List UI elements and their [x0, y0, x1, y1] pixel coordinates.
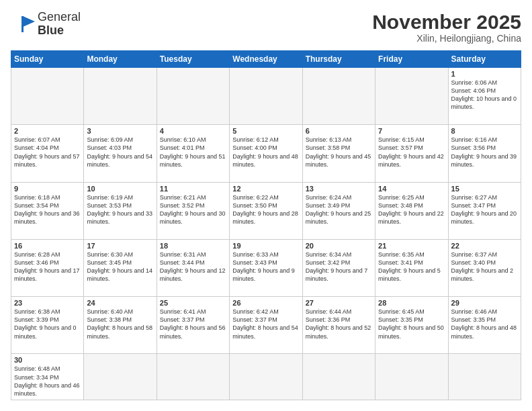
month-title: November 2025: [372, 11, 521, 33]
day-number: 11: [160, 185, 226, 193]
calendar-cell: 22Sunrise: 6:37 AM Sunset: 3:40 PM Dayli…: [448, 239, 521, 296]
calendar-cell: 26Sunrise: 6:42 AM Sunset: 3:37 PM Dayli…: [230, 297, 302, 354]
svg-rect-2: [21, 16, 24, 32]
day-info: Sunrise: 6:19 AM Sunset: 3:53 PM Dayligh…: [87, 193, 153, 226]
day-number: 30: [14, 356, 81, 364]
day-info: Sunrise: 6:15 AM Sunset: 3:57 PM Dayligh…: [378, 136, 445, 169]
calendar-cell: [84, 68, 157, 125]
day-info: Sunrise: 6:07 AM Sunset: 4:04 PM Dayligh…: [14, 136, 81, 169]
day-info: Sunrise: 6:13 AM Sunset: 3:58 PM Dayligh…: [306, 136, 372, 169]
header-sunday: Sunday: [11, 51, 84, 68]
day-number: 15: [451, 185, 518, 193]
calendar-cell: 8Sunrise: 6:16 AM Sunset: 3:56 PM Daylig…: [448, 125, 521, 182]
day-info: Sunrise: 6:33 AM Sunset: 3:43 PM Dayligh…: [232, 250, 299, 283]
calendar: Sunday Monday Tuesday Wednesday Thursday…: [11, 50, 521, 400]
logo-icon: [11, 15, 35, 34]
day-number: 5: [232, 127, 299, 135]
calendar-cell: [375, 354, 448, 400]
day-number: 26: [232, 299, 299, 307]
day-number: 23: [14, 299, 81, 307]
calendar-cell: 10Sunrise: 6:19 AM Sunset: 3:53 PM Dayli…: [84, 182, 157, 239]
day-info: Sunrise: 6:22 AM Sunset: 3:50 PM Dayligh…: [232, 193, 299, 226]
day-info: Sunrise: 6:30 AM Sunset: 3:45 PM Dayligh…: [87, 250, 153, 283]
day-info: Sunrise: 6:21 AM Sunset: 3:52 PM Dayligh…: [160, 193, 226, 226]
day-info: Sunrise: 6:25 AM Sunset: 3:48 PM Dayligh…: [378, 193, 445, 226]
day-number: 22: [451, 242, 518, 250]
day-info: Sunrise: 6:28 AM Sunset: 3:46 PM Dayligh…: [14, 250, 81, 283]
calendar-cell: [11, 68, 84, 125]
calendar-cell: [157, 68, 229, 125]
day-number: 12: [232, 185, 299, 193]
day-info: Sunrise: 6:40 AM Sunset: 3:38 PM Dayligh…: [87, 308, 153, 340]
day-info: Sunrise: 6:38 AM Sunset: 3:39 PM Dayligh…: [14, 308, 81, 340]
calendar-cell: 24Sunrise: 6:40 AM Sunset: 3:38 PM Dayli…: [84, 297, 157, 354]
day-info: Sunrise: 6:42 AM Sunset: 3:37 PM Dayligh…: [232, 308, 299, 340]
calendar-cell: 15Sunrise: 6:27 AM Sunset: 3:47 PM Dayli…: [448, 182, 521, 239]
day-number: 7: [378, 127, 445, 135]
calendar-cell: [302, 354, 375, 400]
day-info: Sunrise: 6:09 AM Sunset: 4:03 PM Dayligh…: [87, 136, 153, 169]
day-info: Sunrise: 6:34 AM Sunset: 3:42 PM Dayligh…: [306, 250, 372, 283]
day-info: Sunrise: 6:41 AM Sunset: 3:37 PM Dayligh…: [160, 308, 226, 340]
day-number: 3: [87, 127, 153, 135]
day-number: 21: [378, 242, 445, 250]
calendar-cell: 14Sunrise: 6:25 AM Sunset: 3:48 PM Dayli…: [375, 182, 448, 239]
calendar-cell: [302, 68, 375, 125]
day-info: Sunrise: 6:16 AM Sunset: 3:56 PM Dayligh…: [451, 136, 518, 169]
day-number: 14: [378, 185, 445, 193]
calendar-cell: 6Sunrise: 6:13 AM Sunset: 3:58 PM Daylig…: [302, 125, 375, 182]
day-info: Sunrise: 6:44 AM Sunset: 3:36 PM Dayligh…: [306, 308, 372, 340]
calendar-cell: 3Sunrise: 6:09 AM Sunset: 4:03 PM Daylig…: [84, 125, 157, 182]
header-monday: Monday: [84, 51, 157, 68]
header-tuesday: Tuesday: [157, 51, 229, 68]
day-info: Sunrise: 6:27 AM Sunset: 3:47 PM Dayligh…: [451, 193, 518, 226]
calendar-cell: [230, 354, 302, 400]
calendar-cell: 4Sunrise: 6:10 AM Sunset: 4:01 PM Daylig…: [157, 125, 229, 182]
header-thursday: Thursday: [302, 51, 375, 68]
weekday-header-row: Sunday Monday Tuesday Wednesday Thursday…: [11, 51, 521, 68]
day-number: 27: [306, 299, 372, 307]
calendar-cell: 21Sunrise: 6:35 AM Sunset: 3:41 PM Dayli…: [375, 239, 448, 296]
calendar-cell: 23Sunrise: 6:38 AM Sunset: 3:39 PM Dayli…: [11, 297, 84, 354]
calendar-cell: 25Sunrise: 6:41 AM Sunset: 3:37 PM Dayli…: [157, 297, 229, 354]
calendar-cell: 2Sunrise: 6:07 AM Sunset: 4:04 PM Daylig…: [11, 125, 84, 182]
calendar-cell: 28Sunrise: 6:45 AM Sunset: 3:35 PM Dayli…: [375, 297, 448, 354]
calendar-cell: 11Sunrise: 6:21 AM Sunset: 3:52 PM Dayli…: [157, 182, 229, 239]
calendar-cell: 19Sunrise: 6:33 AM Sunset: 3:43 PM Dayli…: [230, 239, 302, 296]
day-number: 1: [451, 70, 518, 78]
day-number: 2: [14, 127, 81, 135]
day-number: 8: [451, 127, 518, 135]
logo: GeneralBlue: [11, 11, 81, 38]
day-number: 16: [14, 242, 81, 250]
calendar-cell: 1Sunrise: 6:06 AM Sunset: 4:06 PM Daylig…: [448, 68, 521, 125]
calendar-cell: [448, 354, 521, 400]
location: Xilin, Heilongjiang, China: [372, 33, 521, 44]
day-number: 17: [87, 242, 153, 250]
day-number: 9: [14, 185, 81, 193]
calendar-cell: 18Sunrise: 6:31 AM Sunset: 3:44 PM Dayli…: [157, 239, 229, 296]
calendar-cell: 27Sunrise: 6:44 AM Sunset: 3:36 PM Dayli…: [302, 297, 375, 354]
day-number: 20: [306, 242, 372, 250]
page-header: GeneralBlue November 2025 Xilin, Heilong…: [11, 11, 521, 44]
day-info: Sunrise: 6:35 AM Sunset: 3:41 PM Dayligh…: [378, 250, 445, 283]
calendar-cell: 9Sunrise: 6:18 AM Sunset: 3:54 PM Daylig…: [11, 182, 84, 239]
day-info: Sunrise: 6:37 AM Sunset: 3:40 PM Dayligh…: [451, 250, 518, 283]
header-saturday: Saturday: [448, 51, 521, 68]
day-number: 18: [160, 242, 226, 250]
day-number: 13: [306, 185, 372, 193]
day-info: Sunrise: 6:24 AM Sunset: 3:49 PM Dayligh…: [306, 193, 372, 226]
day-info: Sunrise: 6:12 AM Sunset: 4:00 PM Dayligh…: [232, 136, 299, 169]
calendar-cell: 7Sunrise: 6:15 AM Sunset: 3:57 PM Daylig…: [375, 125, 448, 182]
day-info: Sunrise: 6:10 AM Sunset: 4:01 PM Dayligh…: [160, 136, 226, 169]
day-number: 4: [160, 127, 226, 135]
calendar-cell: 29Sunrise: 6:46 AM Sunset: 3:35 PM Dayli…: [448, 297, 521, 354]
calendar-cell: 12Sunrise: 6:22 AM Sunset: 3:50 PM Dayli…: [230, 182, 302, 239]
calendar-cell: [84, 354, 157, 400]
day-info: Sunrise: 6:31 AM Sunset: 3:44 PM Dayligh…: [160, 250, 226, 283]
day-number: 29: [451, 299, 518, 307]
calendar-cell: 16Sunrise: 6:28 AM Sunset: 3:46 PM Dayli…: [11, 239, 84, 296]
calendar-cell: [230, 68, 302, 125]
calendar-cell: 13Sunrise: 6:24 AM Sunset: 3:49 PM Dayli…: [302, 182, 375, 239]
calendar-cell: 5Sunrise: 6:12 AM Sunset: 4:00 PM Daylig…: [230, 125, 302, 182]
day-info: Sunrise: 6:18 AM Sunset: 3:54 PM Dayligh…: [14, 193, 81, 226]
